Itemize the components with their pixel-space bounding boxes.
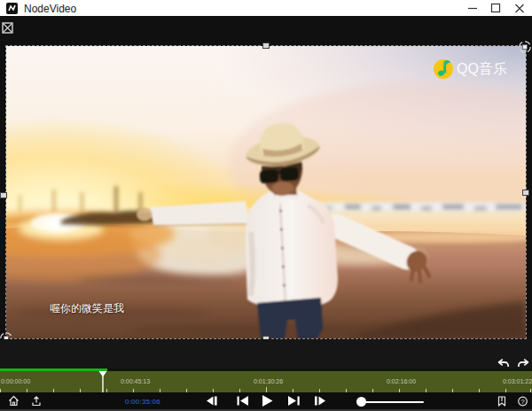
svg-text:QQ音乐: QQ音乐 [457,61,507,76]
svg-text:?: ? [520,398,525,406]
